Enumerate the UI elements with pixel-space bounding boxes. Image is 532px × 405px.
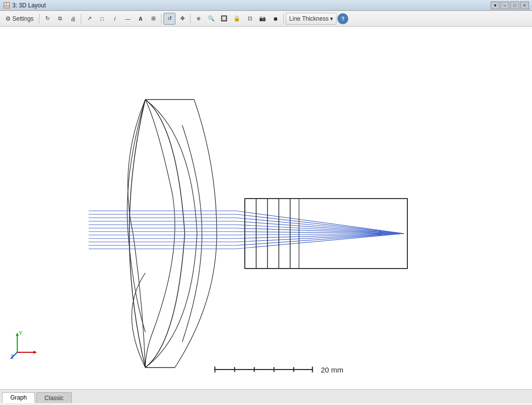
ray-conv-10 bbox=[236, 234, 404, 245]
print-button[interactable]: 🖨 bbox=[67, 13, 79, 25]
zoom-all-icon: ⊕ bbox=[197, 16, 200, 21]
refresh-icon bbox=[45, 15, 50, 22]
record-icon: ⏺ bbox=[273, 16, 278, 22]
window-title: 3: 3D Layout bbox=[12, 2, 46, 9]
scale-label: 20 mm bbox=[321, 366, 343, 374]
scale-tick-4 bbox=[293, 367, 294, 372]
title-bar: 🪟 3: 3D Layout ▾ − □ × bbox=[0, 0, 532, 11]
separator-3 bbox=[161, 14, 162, 24]
zoom-in-button[interactable]: 🔍 bbox=[205, 13, 217, 25]
tab-classic[interactable]: Classic bbox=[36, 392, 72, 403]
window-icon: 🪟 bbox=[3, 2, 10, 9]
fit-icon: ⊡ bbox=[248, 15, 252, 22]
settings-icon: ⚙ bbox=[5, 15, 11, 22]
main-area: Y Z 20 mm bbox=[0, 27, 532, 389]
lens-curve-1 bbox=[128, 100, 145, 368]
tab-bar: Graph Classic bbox=[0, 389, 532, 403]
x-arrow bbox=[33, 351, 37, 354]
fit-button[interactable]: ⊡ bbox=[244, 13, 256, 25]
scale-bar: 20 mm bbox=[214, 365, 343, 374]
rotate-icon: ↺ bbox=[167, 15, 172, 22]
lens-twist-1 bbox=[175, 100, 217, 368]
minimize-button[interactable]: − bbox=[500, 1, 509, 9]
cross-icon: ⊞ bbox=[151, 15, 156, 22]
scale-tick-2 bbox=[254, 367, 255, 372]
close-button[interactable]: × bbox=[520, 1, 529, 9]
lens-curve-3 bbox=[182, 125, 202, 342]
lens-curve-2 bbox=[145, 100, 175, 368]
record-button[interactable]: ⏺ bbox=[269, 13, 281, 25]
separator-1 bbox=[39, 14, 39, 24]
copy-icon: ⧉ bbox=[58, 15, 62, 22]
y-label: Y bbox=[19, 330, 23, 336]
cross-button[interactable]: ⊞ bbox=[147, 13, 159, 25]
dash-button[interactable]: — bbox=[122, 13, 133, 25]
line-thickness-button[interactable]: Line Thickness ▾ bbox=[286, 13, 336, 25]
scale-tick-3 bbox=[273, 367, 274, 372]
settings-button[interactable]: ⚙ Settings bbox=[2, 13, 37, 25]
arrow-button[interactable]: ↗ bbox=[83, 13, 95, 25]
help-button[interactable]: ? bbox=[337, 13, 348, 24]
zoom-all-button[interactable]: ⊕ bbox=[193, 13, 204, 25]
scale-tick-1 bbox=[234, 367, 235, 372]
lens-back-surface bbox=[145, 100, 185, 368]
toolbar: ⚙ Settings ⧉ 🖨 ↗ □ / — A ⊞ ↺ ✥ ⊕ 🔍 🔲 🔒 ⊡… bbox=[0, 11, 532, 27]
zoom-box-icon: 🔲 bbox=[221, 15, 228, 22]
zoom-box-button[interactable]: 🔲 bbox=[218, 13, 230, 25]
scale-right-cap bbox=[312, 367, 313, 372]
lock-button[interactable]: 🔒 bbox=[231, 13, 243, 25]
separator-4 bbox=[190, 14, 191, 24]
text-button[interactable]: A bbox=[134, 13, 146, 25]
ray-conv-top bbox=[236, 211, 404, 234]
dropdown-button[interactable]: ▾ bbox=[491, 1, 499, 9]
move-button[interactable]: ✥ bbox=[176, 13, 188, 25]
coordinate-axes: Y Z bbox=[10, 330, 39, 360]
rotate-button[interactable]: ↺ bbox=[164, 13, 175, 25]
restore-button[interactable]: □ bbox=[510, 1, 519, 9]
dash-icon: — bbox=[125, 16, 131, 22]
zoom-in-icon: 🔍 bbox=[208, 15, 215, 22]
snapshot-button[interactable]: 📷 bbox=[257, 13, 268, 25]
scale-left-cap bbox=[214, 367, 215, 372]
ray-conv-2 bbox=[236, 218, 404, 234]
separator-5 bbox=[283, 14, 284, 24]
rect-icon: □ bbox=[100, 16, 104, 22]
title-bar-left: 🪟 3: 3D Layout bbox=[3, 2, 46, 9]
z-label: Z bbox=[10, 354, 14, 360]
separator-2 bbox=[81, 14, 81, 24]
print-icon: 🖨 bbox=[70, 16, 76, 22]
snapshot-icon: 📷 bbox=[259, 15, 266, 22]
scale-line bbox=[214, 369, 313, 370]
lens-lower-curve bbox=[132, 273, 146, 368]
optics-drawing bbox=[0, 27, 532, 389]
line-button[interactable]: / bbox=[109, 13, 121, 25]
line-thickness-label: Line Thickness bbox=[289, 15, 329, 22]
tab-graph[interactable]: Graph bbox=[2, 392, 35, 403]
copy-button[interactable]: ⧉ bbox=[54, 13, 66, 25]
lens-outer-curve bbox=[145, 100, 197, 368]
lock-icon: 🔒 bbox=[233, 15, 240, 22]
dropdown-arrow-icon: ▾ bbox=[330, 15, 333, 22]
arrow-icon: ↗ bbox=[87, 15, 92, 22]
line-icon: / bbox=[114, 16, 116, 22]
rect-button[interactable]: □ bbox=[96, 13, 108, 25]
move-icon: ✥ bbox=[180, 15, 185, 22]
settings-label: Settings bbox=[12, 15, 33, 22]
refresh-button[interactable] bbox=[41, 13, 53, 25]
text-icon: A bbox=[138, 16, 142, 22]
title-bar-controls[interactable]: ▾ − □ × bbox=[491, 1, 529, 9]
axes-svg: Y Z bbox=[10, 330, 39, 360]
